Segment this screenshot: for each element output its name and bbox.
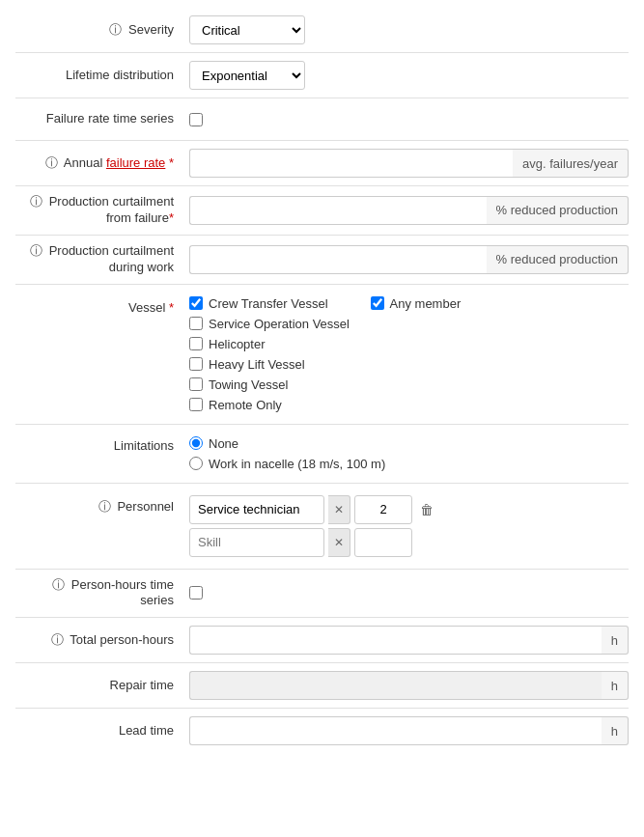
personnel-role-clear-btn-2[interactable]: ✕ [328,528,350,557]
vessel-ctv-label[interactable]: Crew Transfer Vessel [209,296,328,311]
any-member-checkbox[interactable] [371,296,384,310]
annual-failure-rate-input[interactable]: 1 [189,149,513,178]
vessel-row: Vessel * Crew Transfer Vessel Any member [15,285,629,425]
limitations-options: None Work in nacelle (18 m/s, 100 m) [189,436,385,471]
annual-failure-rate-addon: avg. failures/year [513,149,629,178]
vessel-sov-label[interactable]: Service Operation Vessel [209,317,350,331]
total-person-hours-addon: h [602,626,629,655]
personnel-count-input-1[interactable] [354,495,412,524]
vessel-towing-checkbox[interactable] [189,377,203,391]
annual-failure-rate-row: ⓘ Annual failure rate * 1 avg. failures/… [15,141,629,186]
vessel-hlv-label[interactable]: Heavy Lift Vessel [209,357,305,372]
vessel-hlv: Heavy Lift Vessel [189,357,629,372]
personnel-control: ✕ 🗑 ✕ [189,495,629,557]
repair-time-input[interactable]: 6 [189,671,602,700]
vessel-remote-only-label[interactable]: Remote Only [209,398,282,412]
total-person-hours-input-group: 12 h [189,626,629,655]
production-curtailment-failure-addon: % reduced production [487,196,629,225]
production-curtailment-work-input[interactable]: 100 [189,245,487,274]
vessel-hlv-checkbox[interactable] [189,357,203,371]
production-curtailment-work-control: 100 % reduced production [189,245,629,274]
limitations-nacelle: Work in nacelle (18 m/s, 100 m) [189,457,385,471]
lifetime-distribution-label: Lifetime distribution [15,68,189,84]
vessel-remote-only-checkbox[interactable] [189,398,203,411]
vessel-towing: Towing Vessel [189,377,629,392]
annual-failure-rate-info-icon: ⓘ [45,155,58,170]
severity-info-icon: ⓘ [109,22,122,37]
vessel-ctv: Crew Transfer Vessel [189,296,328,311]
vessel-helicopter-label[interactable]: Helicopter [209,337,266,351]
limitations-label: Limitations [15,436,189,455]
failure-rate-time-series-control [189,113,629,126]
person-hours-time-series-label: ⓘ Person-hours timeseries [15,577,189,610]
vessel-towing-label[interactable]: Towing Vessel [209,377,288,392]
limitations-control: None Work in nacelle (18 m/s, 100 m) [189,436,629,471]
production-curtailment-failure-row: ⓘ Production curtailmentfrom failure* 10… [15,186,629,236]
total-person-hours-label: ⓘ Total person-hours [15,632,189,649]
any-member-label[interactable]: Any member [390,296,462,311]
limitations-none-radio[interactable] [189,436,203,450]
vessel-ctv-checkbox[interactable] [189,296,203,310]
severity-row: ⓘ Severity Critical High Medium Low [15,8,629,53]
lead-time-label: Lead time [15,723,189,739]
limitations-nacelle-radio[interactable] [189,457,203,470]
repair-time-label: Repair time [15,678,189,694]
severity-label: ⓘ Severity [15,22,189,39]
personnel-delete-btn-1[interactable]: 🗑 [416,500,437,519]
production-curtailment-failure-label: ⓘ Production curtailmentfrom failure* [15,194,189,227]
lead-time-input-group: 0 h [189,716,629,745]
limitations-none: None [189,436,385,451]
person-hours-time-series-checkbox[interactable] [189,586,203,600]
production-curtailment-failure-control: 100 % reduced production [189,196,629,225]
personnel-row: ⓘ Personnel ✕ 🗑 ✕ [15,484,629,570]
lead-time-control: 0 h [189,716,629,745]
limitations-none-label[interactable]: None [209,436,238,451]
production-curtailment-failure-input-group: 100 % reduced production [189,196,629,225]
total-person-hours-control: 12 h [189,626,629,655]
vessel-ctv-row: Crew Transfer Vessel Any member [189,296,629,311]
lead-time-row: Lead time 0 h [15,709,629,753]
production-curtailment-work-addon: % reduced production [487,245,629,274]
annual-failure-rate-input-group: 1 avg. failures/year [189,149,629,178]
personnel-count-input-2[interactable] [354,528,412,557]
severity-select[interactable]: Critical High Medium Low [189,15,305,44]
lead-time-input[interactable]: 0 [189,716,602,745]
personnel-role-input-1[interactable] [189,495,324,524]
vessel-options: Crew Transfer Vessel Any member Service … [189,296,629,412]
lifetime-distribution-control: Exponential Weibull Normal Lognormal [189,61,629,90]
vessel-sov-checkbox[interactable] [189,317,203,330]
vessel-helicopter-checkbox[interactable] [189,337,203,350]
personnel-section: ✕ 🗑 ✕ [189,495,629,557]
total-person-hours-input[interactable]: 12 [189,626,602,655]
repair-time-row: Repair time 6 h [15,663,629,709]
vessel-control: Crew Transfer Vessel Any member Service … [189,296,629,412]
limitations-nacelle-label[interactable]: Work in nacelle (18 m/s, 100 m) [209,457,385,471]
person-hours-info-icon: ⓘ [52,577,65,592]
failure-rate-time-series-label: Failure rate time series [15,111,189,127]
repair-time-input-group: 6 h [189,671,629,700]
severity-control: Critical High Medium Low [189,15,629,44]
personnel-info-icon: ⓘ [98,499,111,514]
production-curtailment-failure-input[interactable]: 100 [189,196,487,225]
personnel-row-1: ✕ 🗑 [189,495,629,524]
person-hours-time-series-control [189,586,629,600]
any-member-row: Any member [371,296,462,311]
vessel-sov: Service Operation Vessel [189,317,629,331]
vessel-label: Vessel * [15,296,189,317]
personnel-role-input-2[interactable] [189,528,324,557]
total-person-hours-info-icon: ⓘ [51,632,64,647]
lifetime-distribution-row: Lifetime distribution Exponential Weibul… [15,53,629,98]
personnel-role-clear-btn-1[interactable]: ✕ [328,495,350,524]
failure-rate-time-series-checkbox[interactable] [189,113,203,126]
person-hours-time-series-row: ⓘ Person-hours timeseries [15,570,629,619]
repair-time-addon: h [602,671,629,700]
production-curtailment-failure-info-icon: ⓘ [30,194,42,209]
failure-rate-link[interactable]: failure rate [106,155,165,170]
production-curtailment-work-row: ⓘ Production curtailmentduring work 100 … [15,236,629,285]
lifetime-distribution-select[interactable]: Exponential Weibull Normal Lognormal [189,61,305,90]
form-container: ⓘ Severity Critical High Medium Low Life… [0,0,644,761]
personnel-label: ⓘ Personnel [15,495,189,516]
vessel-helicopter: Helicopter [189,337,629,351]
limitations-row: Limitations None Work in nacelle (18 m/s… [15,425,629,484]
production-curtailment-work-input-group: 100 % reduced production [189,245,629,274]
